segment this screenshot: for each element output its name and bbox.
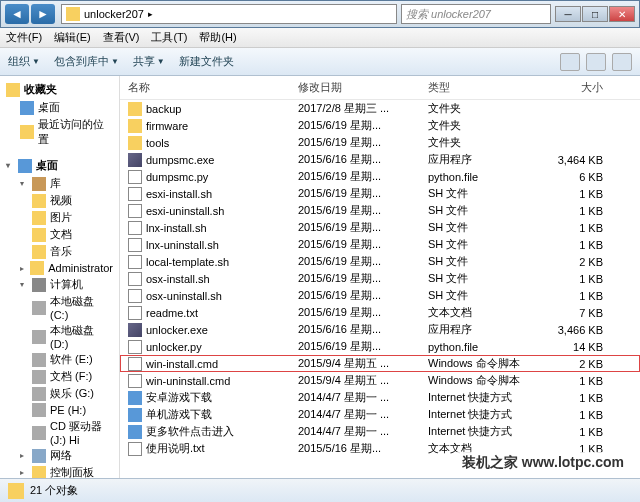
file-row[interactable]: tools2015/6/19 星期...文件夹 xyxy=(120,134,640,151)
file-date: 2015/9/4 星期五 ... xyxy=(298,373,428,388)
sidebar-disk-d[interactable]: 本地磁盘 (D:) xyxy=(0,322,119,351)
file-name: win-uninstall.cmd xyxy=(146,375,230,387)
file-row[interactable]: local-template.sh2015/6/19 星期...SH 文件2 K… xyxy=(120,253,640,270)
sidebar-disk-f[interactable]: 文档 (F:) xyxy=(0,368,119,385)
file-icon xyxy=(128,306,142,320)
menu-file[interactable]: 文件(F) xyxy=(6,30,42,45)
file-name: tools xyxy=(146,137,169,149)
close-button[interactable]: ✕ xyxy=(609,6,635,22)
sidebar-libraries[interactable]: ▾库 xyxy=(0,175,119,192)
file-size: 3,466 KB xyxy=(538,324,603,336)
sidebar-item-recent[interactable]: 最近访问的位置 xyxy=(0,116,119,148)
file-row[interactable]: esxi-install.sh2015/6/19 星期...SH 文件1 KB xyxy=(120,185,640,202)
file-row[interactable]: dumpsmc.py2015/6/19 星期...python.file6 KB xyxy=(120,168,640,185)
organize-button[interactable]: 组织▼ xyxy=(8,54,40,69)
menu-tools[interactable]: 工具(T) xyxy=(151,30,187,45)
sidebar-network[interactable]: ▸网络 xyxy=(0,447,119,464)
back-button[interactable]: ◄ xyxy=(5,4,29,24)
toolbar: 组织▼ 包含到库中▼ 共享▼ 新建文件夹 xyxy=(0,48,640,76)
disk-icon xyxy=(32,370,46,384)
file-name: readme.txt xyxy=(146,307,198,319)
file-row[interactable]: lnx-uninstall.sh2015/6/19 星期...SH 文件1 KB xyxy=(120,236,640,253)
file-row[interactable]: osx-install.sh2015/6/19 星期...SH 文件1 KB xyxy=(120,270,640,287)
minimize-button[interactable]: ─ xyxy=(555,6,581,22)
music-icon xyxy=(32,245,46,259)
disk-icon xyxy=(32,301,46,315)
status-text: 21 个对象 xyxy=(30,483,78,498)
share-button[interactable]: 共享▼ xyxy=(133,54,165,69)
sidebar-item-docs[interactable]: 文档 xyxy=(0,226,119,243)
file-icon xyxy=(128,187,142,201)
file-row[interactable]: 更多软件点击进入2014/4/7 星期一 ...Internet 快捷方式1 K… xyxy=(120,423,640,440)
help-icon[interactable] xyxy=(612,53,632,71)
file-size: 14 KB xyxy=(538,341,603,353)
menu-edit[interactable]: 编辑(E) xyxy=(54,30,91,45)
file-icon xyxy=(128,102,142,116)
sidebar-computer[interactable]: ▾计算机 xyxy=(0,276,119,293)
file-row[interactable]: 单机游戏下载2014/4/7 星期一 ...Internet 快捷方式1 KB xyxy=(120,406,640,423)
file-name: 安卓游戏下载 xyxy=(146,390,212,405)
file-type: 文件夹 xyxy=(428,101,538,116)
file-icon xyxy=(128,272,142,286)
file-size: 7 KB xyxy=(538,307,603,319)
file-row[interactable]: readme.txt2015/6/19 星期...文本文档7 KB xyxy=(120,304,640,321)
sidebar-item-video[interactable]: 视频 xyxy=(0,192,119,209)
file-row[interactable]: dumpsmc.exe2015/6/16 星期...应用程序3,464 KB xyxy=(120,151,640,168)
file-row[interactable]: unlocker.exe2015/6/16 星期...应用程序3,466 KB xyxy=(120,321,640,338)
file-date: 2015/6/19 星期... xyxy=(298,203,428,218)
file-name: dumpsmc.exe xyxy=(146,154,214,166)
menu-help[interactable]: 帮助(H) xyxy=(199,30,236,45)
file-row[interactable]: backup2017/2/8 星期三 ...文件夹 xyxy=(120,100,640,117)
file-date: 2015/6/19 星期... xyxy=(298,220,428,235)
disk-icon xyxy=(32,403,46,417)
file-row[interactable]: win-install.cmd2015/9/4 星期五 ...Windows 命… xyxy=(120,355,640,372)
file-icon xyxy=(128,255,142,269)
file-type: 文件夹 xyxy=(428,135,538,150)
forward-button[interactable]: ► xyxy=(31,4,55,24)
file-type: 文件夹 xyxy=(428,118,538,133)
sidebar-item-pictures[interactable]: 图片 xyxy=(0,209,119,226)
sidebar-disk-g[interactable]: 娱乐 (G:) xyxy=(0,385,119,402)
file-date: 2015/6/19 星期... xyxy=(298,237,428,252)
col-type[interactable]: 类型 xyxy=(428,80,538,95)
file-row[interactable]: win-uninstall.cmd2015/9/4 星期五 ...Windows… xyxy=(120,372,640,389)
path-segment[interactable]: unlocker207 xyxy=(84,8,144,20)
sidebar-control-panel[interactable]: ▸控制面板 xyxy=(0,464,119,478)
sidebar-disk-c[interactable]: 本地磁盘 (C:) xyxy=(0,293,119,322)
file-row[interactable]: firmware2015/6/19 星期...文件夹 xyxy=(120,117,640,134)
sidebar-item-music[interactable]: 音乐 xyxy=(0,243,119,260)
file-icon xyxy=(128,425,142,439)
view-icon[interactable] xyxy=(560,53,580,71)
preview-icon[interactable] xyxy=(586,53,606,71)
file-icon xyxy=(128,119,142,133)
file-icon xyxy=(128,408,142,422)
file-row[interactable]: unlocker.py2015/6/19 星期...python.file14 … xyxy=(120,338,640,355)
col-date[interactable]: 修改日期 xyxy=(298,80,428,95)
menu-view[interactable]: 查看(V) xyxy=(103,30,140,45)
include-lib-button[interactable]: 包含到库中▼ xyxy=(54,54,119,69)
file-name: backup xyxy=(146,103,181,115)
sidebar-item-desktop[interactable]: 桌面 xyxy=(0,99,119,116)
sidebar-cd-drive[interactable]: CD 驱动器 (J:) Hi xyxy=(0,418,119,447)
file-size: 1 KB xyxy=(538,426,603,438)
sidebar-favorites[interactable]: 收藏夹 xyxy=(0,80,119,99)
file-row[interactable]: esxi-uninstall.sh2015/6/19 星期...SH 文件1 K… xyxy=(120,202,640,219)
col-name[interactable]: 名称 xyxy=(128,80,298,95)
search-input[interactable]: 搜索 unlocker207 xyxy=(401,4,551,24)
file-row[interactable]: osx-uninstall.sh2015/6/19 星期...SH 文件1 KB xyxy=(120,287,640,304)
file-type: SH 文件 xyxy=(428,203,538,218)
address-bar[interactable]: unlocker207 ▸ xyxy=(61,4,397,24)
file-size: 2 KB xyxy=(538,256,603,268)
computer-icon xyxy=(32,278,46,292)
file-date: 2015/9/4 星期五 ... xyxy=(298,356,428,371)
file-row[interactable]: lnx-install.sh2015/6/19 星期...SH 文件1 KB xyxy=(120,219,640,236)
sidebar-desktop[interactable]: ▾桌面 xyxy=(0,156,119,175)
sidebar-admin[interactable]: ▸Administrator xyxy=(0,260,119,276)
sidebar-disk-h[interactable]: PE (H:) xyxy=(0,402,119,418)
col-size[interactable]: 大小 xyxy=(538,80,603,95)
maximize-button[interactable]: □ xyxy=(582,6,608,22)
new-folder-button[interactable]: 新建文件夹 xyxy=(179,54,234,69)
file-row[interactable]: 安卓游戏下载2014/4/7 星期一 ...Internet 快捷方式1 KB xyxy=(120,389,640,406)
file-size: 6 KB xyxy=(538,171,603,183)
sidebar-disk-e[interactable]: 软件 (E:) xyxy=(0,351,119,368)
